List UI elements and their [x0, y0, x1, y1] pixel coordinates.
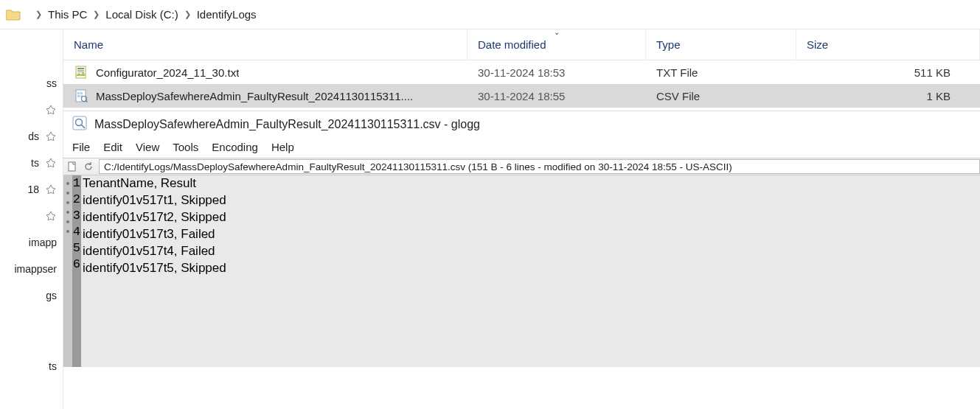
menu-edit[interactable]: Edit: [103, 141, 122, 153]
svg-rect-6: [80, 92, 83, 94]
sidebar-item: [0, 309, 63, 353]
menu-bar: File Edit View Tools Encoding Help: [63, 138, 980, 158]
menu-encoding[interactable]: Encoding: [212, 141, 258, 153]
sort-indicator-icon: ⌄: [554, 28, 560, 36]
chevron-right-icon: ❯: [35, 10, 42, 19]
menu-file[interactable]: File: [72, 141, 90, 153]
breadcrumb-part[interactable]: Local Disk (C:): [105, 8, 178, 21]
folder-icon: [4, 7, 22, 22]
glogg-window: MassDeploySafewhereAdmin_FaultyResult_20…: [63, 111, 980, 367]
breadcrumb-part[interactable]: IdentifyLogs: [197, 8, 257, 21]
file-date: 30-11-2024 18:53: [468, 66, 646, 79]
column-type[interactable]: Type: [646, 29, 796, 60]
chevron-right-icon: ❯: [93, 10, 100, 19]
column-date-modified[interactable]: ⌄ Date modified: [468, 29, 646, 60]
glogg-text-view: 1 2 3 4 5 6 TenantName, Result identify0…: [63, 175, 980, 367]
pin-icon: [45, 157, 57, 169]
file-name: MassDeploySafewhereAdmin_FaultyResult_20…: [96, 90, 413, 102]
file-row[interactable]: MassDeploySafewhereAdmin_FaultyResult_20…: [63, 84, 980, 108]
breadcrumb-part[interactable]: This PC: [48, 8, 87, 21]
quick-access-sidebar: ss ds ts 18 imapp imappser gs ts: [0, 29, 63, 409]
window-title: MassDeploySafewhereAdmin_FaultyResult_20…: [94, 118, 480, 131]
file-size: 511 KB: [796, 66, 980, 79]
breadcrumb-bar: ❯ This PC ❯ Local Disk (C:) ❯ IdentifyLo…: [0, 0, 980, 29]
svg-rect-5: [77, 92, 80, 94]
sidebar-item[interactable]: ts: [0, 150, 63, 176]
open-file-icon[interactable]: [65, 159, 80, 174]
sidebar-item[interactable]: imapp: [0, 229, 63, 256]
app-icon: [72, 116, 87, 133]
txt-file-icon: [74, 65, 88, 80]
file-date: 30-11-2024 18:55: [468, 90, 646, 102]
glogg-titlebar: MassDeploySafewhereAdmin_FaultyResult_20…: [63, 111, 980, 138]
csv-file-icon: [74, 88, 88, 103]
menu-view[interactable]: View: [136, 141, 159, 153]
pin-icon: [45, 104, 57, 116]
sidebar-item[interactable]: 18: [0, 176, 63, 203]
svg-line-10: [86, 101, 88, 102]
pin-icon: [45, 130, 57, 142]
sidebar-item[interactable]: gs: [0, 282, 63, 309]
sidebar-item[interactable]: ts: [0, 353, 63, 380]
sidebar-item[interactable]: [0, 97, 63, 123]
file-type: CSV File: [646, 90, 796, 102]
reload-icon[interactable]: [81, 159, 96, 174]
svg-rect-1: [77, 68, 84, 69]
column-size[interactable]: Size: [796, 29, 980, 60]
path-field[interactable]: C:/IdentifyLogs/MassDeploySafewhereAdmin…: [99, 159, 980, 174]
line-number-gutter: 1 2 3 4 5 6: [72, 175, 81, 367]
menu-tools[interactable]: Tools: [173, 141, 198, 153]
sidebar-item[interactable]: ds: [0, 123, 63, 150]
marks-gutter: [63, 175, 72, 367]
file-type: TXT File: [646, 66, 796, 79]
sidebar-item[interactable]: imappser: [0, 256, 63, 282]
sidebar-item[interactable]: ss: [0, 70, 63, 97]
svg-rect-2: [77, 70, 84, 71]
menu-help[interactable]: Help: [271, 141, 294, 153]
text-content[interactable]: TenantName, Result identify01v517t1, Ski…: [81, 175, 980, 367]
svg-rect-7: [77, 95, 80, 97]
svg-rect-14: [69, 162, 75, 171]
pin-icon: [45, 210, 57, 222]
file-list-header: Name ⌄ Date modified Type Size: [63, 29, 980, 60]
chevron-right-icon: ❯: [184, 10, 191, 19]
breadcrumb[interactable]: ❯ This PC ❯ Local Disk (C:) ❯ IdentifyLo…: [29, 8, 257, 21]
file-list: Configurator_2024_11_30.txt 30-11-2024 1…: [63, 60, 980, 108]
glogg-toolbar: C:/IdentifyLogs/MassDeploySafewhereAdmin…: [63, 158, 980, 175]
file-size: 1 KB: [796, 90, 980, 102]
file-row[interactable]: Configurator_2024_11_30.txt 30-11-2024 1…: [63, 60, 980, 84]
file-name: Configurator_2024_11_30.txt: [96, 66, 239, 79]
sidebar-item[interactable]: [0, 203, 63, 229]
pin-icon: [45, 183, 57, 195]
column-name[interactable]: Name: [63, 29, 468, 60]
